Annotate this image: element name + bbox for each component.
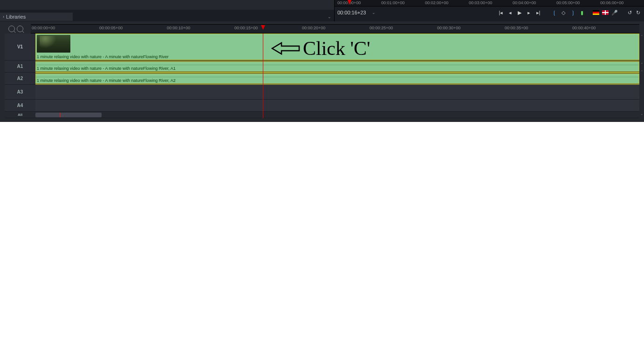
source-tabs bbox=[0, 0, 334, 10]
chevron-down-icon[interactable]: ⌄ bbox=[328, 14, 334, 19]
audio-clip-a2-label: 1 minute relaxing video with nature - A … bbox=[37, 78, 176, 83]
step-back-button[interactable]: ◂ bbox=[507, 9, 514, 16]
track-lanes: 1 minute relaxing video with nature - A … bbox=[35, 34, 639, 118]
mark-clip-button[interactable]: ◇ bbox=[560, 9, 567, 16]
mark-in-button[interactable]: ❲ bbox=[551, 9, 557, 16]
ruler-row: 00:00:00+00 00:00:05+00 00:00:10+00 00:0… bbox=[5, 24, 639, 34]
go-to-end-button[interactable]: ▸| bbox=[535, 9, 541, 16]
step-forward-button[interactable]: ▸ bbox=[526, 9, 532, 16]
track-headers: V1 A1 A2 A3 A4 All bbox=[5, 34, 35, 118]
video-clip[interactable]: 1 minute relaxing video with nature - A … bbox=[35, 34, 639, 60]
timeline-ruler[interactable]: 00:00:00+00 00:00:05+00 00:00:10+00 00:0… bbox=[31, 24, 639, 34]
audio-clip-a2[interactable]: 1 minute relaxing video with nature - A … bbox=[35, 74, 639, 84]
timecode-display[interactable]: 00:00:16+23 bbox=[337, 10, 369, 15]
audio-clip-a1[interactable]: 1 minute relaxing video with nature - A … bbox=[35, 61, 639, 72]
play-button[interactable]: ▶ bbox=[516, 9, 523, 16]
ruler-tick: 00:00:05+00 bbox=[99, 26, 123, 30]
microphone-icon[interactable]: 🎤 bbox=[611, 9, 618, 16]
loop-range-button[interactable]: ↻ bbox=[635, 9, 641, 16]
track-header-a2[interactable]: A2 bbox=[5, 73, 35, 85]
mini-timeline-ruler[interactable]: 00:00:00+00 00:01:00+00 00:02:00+00 00:0… bbox=[335, 0, 644, 7]
scroll-up-icon[interactable]: ⌃ bbox=[639, 34, 644, 41]
overview-playhead-icon bbox=[60, 113, 61, 117]
libraries-label: Libraries bbox=[6, 14, 26, 20]
chevron-right-icon: › bbox=[3, 14, 4, 19]
lane-a2[interactable]: 1 minute relaxing video with nature - A … bbox=[35, 73, 639, 85]
flag-de-icon[interactable] bbox=[593, 10, 599, 15]
track-header-v1[interactable]: V1 bbox=[5, 34, 35, 61]
mini-tick: 00:05:00+00 bbox=[556, 0, 580, 5]
transport-controls: |◂ ◂ ▶ ▸ ▸| ❲ ◇ ❳ ▮ 🎤 bbox=[498, 9, 618, 16]
lane-a1[interactable]: 1 minute relaxing video with nature - A … bbox=[35, 61, 639, 73]
ruler-tick: 00:00:00+00 bbox=[32, 26, 55, 30]
ruler-tick: 00:00:35+00 bbox=[505, 26, 528, 30]
zoom-out-button[interactable] bbox=[17, 26, 23, 32]
tracks-area: V1 A1 A2 A3 A4 All 1 minute relaxing vid… bbox=[5, 34, 639, 118]
source-panel: › Libraries ⌄ bbox=[0, 0, 335, 21]
scroll-down-icon[interactable]: ⌄ bbox=[639, 112, 644, 118]
ruler-tick: 00:00:40+00 bbox=[572, 26, 596, 30]
timecode-dropdown-icon[interactable]: ⌄ bbox=[372, 10, 376, 15]
timeline-editor: 00:00:00+00 00:00:05+00 00:00:10+00 00:0… bbox=[0, 21, 644, 122]
video-clip-label: 1 minute relaxing video with nature - A … bbox=[37, 54, 169, 59]
mini-tick: 00:02:00+00 bbox=[425, 0, 448, 5]
playhead-line[interactable] bbox=[263, 34, 263, 118]
track-header-a3[interactable]: A3 bbox=[5, 85, 35, 100]
lane-a3[interactable] bbox=[35, 85, 639, 100]
vertical-scroll: ⌃ ⌄ ⌃ ⌄ bbox=[639, 34, 644, 118]
mini-tick: 00:04:00+00 bbox=[513, 0, 536, 5]
ruler-tick: 00:00:25+00 bbox=[370, 26, 393, 30]
overview-lane[interactable] bbox=[35, 112, 639, 118]
lane-a4[interactable] bbox=[35, 100, 639, 112]
scroll-down-icon[interactable]: ⌄ bbox=[639, 61, 644, 67]
scroll-up-icon[interactable]: ⌃ bbox=[639, 70, 644, 76]
mini-tick: 00:01:00+00 bbox=[381, 0, 404, 5]
overview-scrollbar[interactable] bbox=[35, 113, 102, 117]
zoom-in-button[interactable] bbox=[8, 26, 15, 32]
transport-bar: 00:00:16+23 ⌄ |◂ ◂ ▶ ▸ ▸| ❲ ◇ ❳ ▮ 🎤 bbox=[335, 7, 644, 19]
ruler-tick: 00:00:30+00 bbox=[437, 26, 460, 30]
audio-clip-a1-label: 1 minute relaxing video with nature - A … bbox=[37, 66, 176, 71]
add-marker-button[interactable]: ▮ bbox=[579, 9, 585, 16]
flag-uk-icon[interactable] bbox=[602, 10, 609, 15]
mini-tick: 00:03:00+00 bbox=[469, 0, 492, 5]
mini-tick: 00:06:00+00 bbox=[600, 0, 623, 5]
libraries-dropdown[interactable]: › Libraries bbox=[0, 13, 73, 21]
clip-thumbnail bbox=[37, 35, 70, 53]
libraries-row: › Libraries ⌄ bbox=[0, 13, 334, 21]
top-panels: › Libraries ⌄ 00:00:00+00 00:01:00+00 00… bbox=[0, 0, 644, 21]
video-editor-app: › Libraries ⌄ 00:00:00+00 00:01:00+00 00… bbox=[0, 0, 644, 122]
go-to-start-button[interactable]: |◂ bbox=[498, 9, 504, 16]
ruler-tick: 00:00:20+00 bbox=[302, 26, 325, 30]
track-header-a1[interactable]: A1 bbox=[5, 61, 35, 73]
track-header-all[interactable]: All bbox=[5, 112, 35, 118]
track-header-a4[interactable]: A4 bbox=[5, 100, 35, 112]
ruler-tick: 00:00:15+00 bbox=[234, 26, 258, 30]
lane-v1[interactable]: 1 minute relaxing video with nature - A … bbox=[35, 34, 639, 61]
ruler-tick: 00:00:10+00 bbox=[167, 26, 190, 30]
loop-button[interactable]: ↺ bbox=[626, 9, 633, 16]
loop-controls: ↺ ↻ bbox=[626, 9, 641, 16]
mark-out-button[interactable]: ❳ bbox=[569, 9, 576, 16]
record-panel: 00:00:00+00 00:01:00+00 00:02:00+00 00:0… bbox=[335, 0, 644, 21]
zoom-controls bbox=[5, 26, 31, 32]
